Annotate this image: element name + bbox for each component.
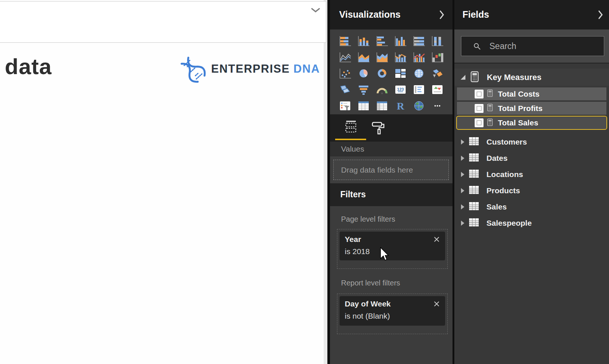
area-chart-icon[interactable] — [354, 49, 373, 65]
svg-text:R: R — [397, 100, 405, 111]
100-stacked-column-chart-icon[interactable] — [428, 33, 447, 49]
table-label: Salespeople — [486, 219, 532, 228]
shape-map-icon[interactable] — [336, 82, 354, 97]
field-checkbox[interactable] — [475, 90, 484, 98]
chevron-down-icon[interactable] — [311, 8, 320, 13]
filters-header: Filters — [330, 183, 453, 206]
values-section: Values — [330, 142, 453, 156]
expand-collapsed-icon[interactable] — [461, 221, 464, 226]
gauge-icon[interactable] — [373, 82, 391, 97]
filter-card-day-of-week[interactable]: Day of Week is not (Blank) — [337, 294, 448, 334]
tab-format[interactable] — [368, 117, 389, 140]
stacked-bar-chart-icon[interactable] — [336, 33, 354, 49]
filters-title: Filters — [340, 190, 366, 200]
multi-row-card-icon[interactable] — [410, 82, 428, 97]
panel-divider — [327, 0, 330, 364]
search-section — [454, 30, 609, 63]
fields-tree: Key MeasuresTotal CostsTotal ProfitsTota… — [454, 64, 609, 364]
paint-roller-icon — [371, 121, 386, 137]
values-dropzone[interactable]: Drag data fields here — [333, 160, 449, 180]
table-label: Sales — [486, 202, 507, 211]
table-icon[interactable] — [354, 98, 373, 114]
table-row-products[interactable]: Products — [454, 183, 609, 199]
field-wells: Drag data fields here — [330, 156, 453, 183]
r-script-visual-icon[interactable]: R — [391, 98, 410, 114]
stacked-area-chart-icon[interactable] — [373, 49, 391, 65]
expand-collapsed-icon[interactable] — [461, 188, 464, 193]
field-checkbox[interactable] — [475, 104, 484, 113]
100-stacked-bar-chart-icon[interactable] — [410, 33, 428, 49]
close-icon[interactable] — [433, 236, 440, 243]
table-row-customers[interactable]: Customers — [454, 134, 609, 150]
logo-word-dna: DNA — [293, 62, 320, 75]
collapse-expanded-icon[interactable] — [461, 75, 465, 80]
expand-collapsed-icon[interactable] — [461, 204, 464, 209]
measure-row-total-costs[interactable]: Total Costs — [457, 87, 606, 100]
map-icon[interactable] — [410, 66, 428, 81]
clustered-column-chart-icon[interactable] — [391, 33, 410, 49]
line-and-stacked-column-chart-icon[interactable] — [391, 49, 410, 65]
collapse-pane-chevron-icon[interactable] — [598, 10, 603, 20]
report-canvas[interactable]: data — [0, 0, 328, 364]
collapse-pane-chevron-icon[interactable] — [439, 10, 444, 20]
dna-helix-icon — [178, 55, 208, 86]
matrix-icon[interactable] — [373, 98, 391, 114]
treemap-icon[interactable] — [391, 66, 410, 81]
filters-body: Page level filters Year is 2018 Report l… — [330, 206, 453, 364]
expand-collapsed-icon[interactable] — [461, 172, 464, 177]
filter-condition: is 2018 — [345, 247, 440, 256]
measure-icon — [487, 89, 493, 98]
table-row-dates[interactable]: Dates — [454, 150, 609, 166]
measure-icon — [487, 104, 493, 113]
scatter-chart-icon[interactable] — [336, 66, 354, 81]
fields-pane: Fields Key MeasuresTotal CostsTotal Prof… — [454, 0, 609, 364]
filter-condition: is not (Blank) — [345, 312, 440, 320]
measure-label: Total Sales — [498, 118, 538, 127]
card-icon[interactable]: 123 — [391, 82, 410, 97]
fields-tab-icon — [343, 120, 358, 136]
line-chart-icon[interactable] — [336, 49, 354, 65]
pie-chart-icon[interactable] — [354, 66, 373, 81]
field-group-key-measures[interactable]: Key Measures — [454, 69, 609, 86]
search-box[interactable] — [461, 36, 604, 56]
table-icon — [469, 170, 479, 179]
donut-chart-icon[interactable] — [373, 66, 391, 81]
table-icon — [469, 153, 479, 163]
arcgis-map-icon[interactable] — [410, 98, 428, 114]
table-icon — [469, 218, 479, 228]
table-icon — [469, 202, 479, 212]
visualizations-pane: Visualizations 123R — [330, 0, 453, 364]
powerbi-window: data — [0, 0, 609, 364]
table-icon — [469, 186, 479, 195]
waterfall-chart-icon[interactable] — [428, 49, 447, 65]
filter-card-year[interactable]: Year is 2018 — [337, 229, 448, 269]
visualizations-header: Visualizations — [330, 0, 453, 30]
visualizations-title: Visualizations — [339, 9, 400, 20]
table-row-locations[interactable]: Locations — [454, 166, 609, 183]
close-icon[interactable] — [433, 301, 440, 307]
canvas-scrollbar[interactable] — [324, 0, 327, 364]
table-label: Products — [486, 186, 520, 195]
funnel-icon[interactable] — [354, 82, 373, 97]
filled-map-icon[interactable] — [428, 66, 447, 81]
tab-fields[interactable] — [335, 117, 366, 140]
measure-row-total-profits[interactable]: Total Profits — [457, 102, 606, 115]
field-checkbox[interactable] — [475, 118, 484, 127]
selected-visual-frame[interactable] — [0, 1, 326, 43]
kpi-icon[interactable] — [428, 82, 447, 97]
expand-collapsed-icon[interactable] — [461, 156, 464, 161]
more-options-icon[interactable] — [428, 98, 447, 114]
stacked-column-chart-icon[interactable] — [354, 33, 373, 49]
expand-collapsed-icon[interactable] — [461, 139, 464, 145]
table-row-salespeople[interactable]: Salespeople — [454, 215, 609, 231]
slicer-icon[interactable] — [336, 98, 354, 114]
measure-row-total-sales[interactable]: Total Sales — [456, 116, 607, 130]
line-and-clustered-column-chart-icon[interactable] — [410, 49, 428, 65]
measure-icon — [487, 118, 493, 128]
fields-format-tabstrip — [330, 114, 453, 142]
clustered-bar-chart-icon[interactable] — [373, 33, 391, 49]
table-icon — [469, 137, 479, 147]
table-row-sales[interactable]: Sales — [454, 199, 609, 215]
search-input[interactable] — [489, 37, 596, 56]
table-label: Locations — [486, 170, 523, 179]
